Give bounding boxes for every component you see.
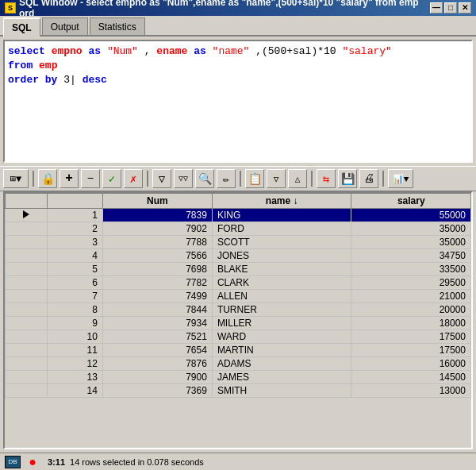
separator-2 bbox=[147, 171, 148, 187]
window-controls: — □ ✕ bbox=[430, 2, 471, 13]
copy-button[interactable]: 📋 bbox=[245, 169, 264, 188]
cell-num: 7521 bbox=[102, 330, 212, 344]
cell-salary: 35000 bbox=[351, 222, 471, 236]
sql-line-2: from emp bbox=[8, 59, 468, 73]
table-row[interactable]: 67782CLARK29500 bbox=[6, 276, 471, 290]
cell-salary: 18000 bbox=[351, 317, 471, 330]
sql-editor[interactable]: select empno as "Num" , ename as "name" … bbox=[3, 40, 473, 163]
sql-num-alias: "Num" bbox=[107, 45, 138, 57]
cell-salary: 17500 bbox=[351, 330, 471, 344]
col-header-indicator bbox=[6, 194, 48, 209]
chart-button[interactable]: 📊▼ bbox=[388, 169, 413, 188]
cell-name: JAMES bbox=[212, 371, 351, 384]
cell-num: 7844 bbox=[102, 303, 212, 317]
table-row[interactable]: 47566JONES34750 bbox=[6, 249, 471, 263]
cell-salary: 14500 bbox=[351, 371, 471, 384]
lock-button[interactable]: 🔒 bbox=[38, 169, 57, 188]
print-button[interactable]: 🖨 bbox=[359, 169, 378, 188]
add-button[interactable]: + bbox=[60, 169, 79, 188]
sql-ename-col: ename bbox=[156, 45, 187, 57]
col-header-salary[interactable]: salary bbox=[351, 194, 471, 209]
tab-output[interactable]: Output bbox=[42, 17, 88, 35]
grid-view-button[interactable]: ⊞▼ bbox=[3, 169, 29, 188]
cell-name: ALLEN bbox=[212, 290, 351, 303]
row-number: 10 bbox=[47, 330, 102, 344]
sort-desc-button[interactable]: △ bbox=[288, 169, 307, 188]
col-header-rownum bbox=[47, 194, 102, 209]
table-row[interactable]: 137900JAMES14500 bbox=[6, 371, 471, 384]
cell-num: 7566 bbox=[102, 249, 212, 263]
status-message: 14 rows selected in 0.078 seconds bbox=[70, 457, 204, 467]
cell-name: FORD bbox=[212, 222, 351, 236]
cell-salary: 55000 bbox=[351, 209, 471, 222]
maximize-button[interactable]: □ bbox=[444, 2, 457, 13]
col-header-name[interactable]: name ↓ bbox=[212, 194, 351, 209]
link-button[interactable]: ⇆ bbox=[317, 169, 336, 188]
sql-name-alias: "name" bbox=[213, 45, 250, 57]
table-row[interactable]: 17839KING55000 bbox=[6, 209, 471, 222]
tab-sql[interactable]: SQL bbox=[3, 17, 40, 37]
sql-emp-table: emp bbox=[39, 60, 57, 71]
filter-all-button[interactable]: ▽▽ bbox=[174, 169, 193, 188]
cell-salary: 21000 bbox=[351, 290, 471, 303]
edit-button[interactable]: ✏ bbox=[217, 169, 236, 188]
sql-salary-alias: "salary" bbox=[342, 45, 391, 57]
row-indicator bbox=[6, 303, 48, 317]
cell-name: BLAKE bbox=[212, 263, 351, 276]
row-number: 6 bbox=[47, 276, 102, 290]
sql-orderby-keyword: order by bbox=[8, 74, 57, 86]
cell-name: ADAMS bbox=[212, 357, 351, 371]
save-button[interactable]: 💾 bbox=[338, 169, 357, 188]
data-grid: Num name ↓ salary 17839KING5500027902FOR… bbox=[3, 191, 473, 449]
table-row[interactable]: 147369SMITH13000 bbox=[6, 384, 471, 398]
cell-salary: 33500 bbox=[351, 263, 471, 276]
cell-num: 7499 bbox=[102, 290, 212, 303]
row-number: 7 bbox=[47, 290, 102, 303]
cell-salary: 34750 bbox=[351, 249, 471, 263]
col-header-num[interactable]: Num bbox=[102, 194, 212, 209]
app-icon: S bbox=[5, 2, 16, 13]
cell-num: 7698 bbox=[102, 263, 212, 276]
table-row[interactable]: 37788SCOTT35000 bbox=[6, 236, 471, 249]
cell-name: SCOTT bbox=[212, 236, 351, 249]
cell-name: JONES bbox=[212, 249, 351, 263]
cell-num: 7782 bbox=[102, 276, 212, 290]
cell-num: 7900 bbox=[102, 371, 212, 384]
table-row[interactable]: 57698BLAKE33500 bbox=[6, 263, 471, 276]
cell-salary: 20000 bbox=[351, 303, 471, 317]
cell-name: SMITH bbox=[212, 384, 351, 398]
sort-asc-button[interactable]: ▽ bbox=[267, 169, 286, 188]
table-row[interactable]: 77499ALLEN21000 bbox=[6, 290, 471, 303]
grid-scroll-area[interactable]: Num name ↓ salary 17839KING5500027902FOR… bbox=[5, 193, 471, 398]
table-row[interactable]: 97934MILLER18000 bbox=[6, 317, 471, 330]
table-row[interactable]: 117654MARTIN17500 bbox=[6, 344, 471, 357]
row-indicator bbox=[6, 236, 48, 249]
db-icon: DB bbox=[5, 456, 21, 468]
row-indicator bbox=[6, 276, 48, 290]
table-row[interactable]: 27902FORD35000 bbox=[6, 222, 471, 236]
close-button[interactable]: ✕ bbox=[459, 2, 471, 13]
search-button[interactable]: 🔍 bbox=[195, 169, 214, 188]
row-number: 2 bbox=[47, 222, 102, 236]
sql-desc-keyword: desc bbox=[83, 74, 107, 86]
table-row[interactable]: 127876ADAMS16000 bbox=[6, 357, 471, 371]
table-row[interactable]: 87844TURNER20000 bbox=[6, 303, 471, 317]
row-number: 13 bbox=[47, 371, 102, 384]
status-indicator: ● bbox=[25, 456, 40, 468]
toolbar: ⊞▼ 🔒 + − ✓ ✗ ▽ ▽▽ 🔍 ✏ � bbox=[0, 166, 476, 191]
cell-num: 7839 bbox=[102, 209, 212, 222]
tab-statistics[interactable]: Statistics bbox=[90, 17, 145, 35]
cancel-button[interactable]: ✗ bbox=[124, 169, 143, 188]
filter-button[interactable]: ▽ bbox=[152, 169, 171, 188]
subtract-button[interactable]: − bbox=[81, 169, 100, 188]
main-content: SQL Output Statistics select empno as "N… bbox=[0, 16, 476, 470]
sql-select-keyword: select bbox=[8, 45, 45, 57]
minimize-button[interactable]: — bbox=[430, 2, 443, 13]
title-bar: S SQL Window - select empno as "Num",ena… bbox=[0, 0, 476, 16]
row-number: 11 bbox=[47, 344, 102, 357]
cell-salary: 13000 bbox=[351, 384, 471, 398]
table-row[interactable]: 107521WARD17500 bbox=[6, 330, 471, 344]
check-button[interactable]: ✓ bbox=[102, 169, 121, 188]
row-indicator bbox=[6, 317, 48, 330]
row-indicator bbox=[6, 249, 48, 263]
